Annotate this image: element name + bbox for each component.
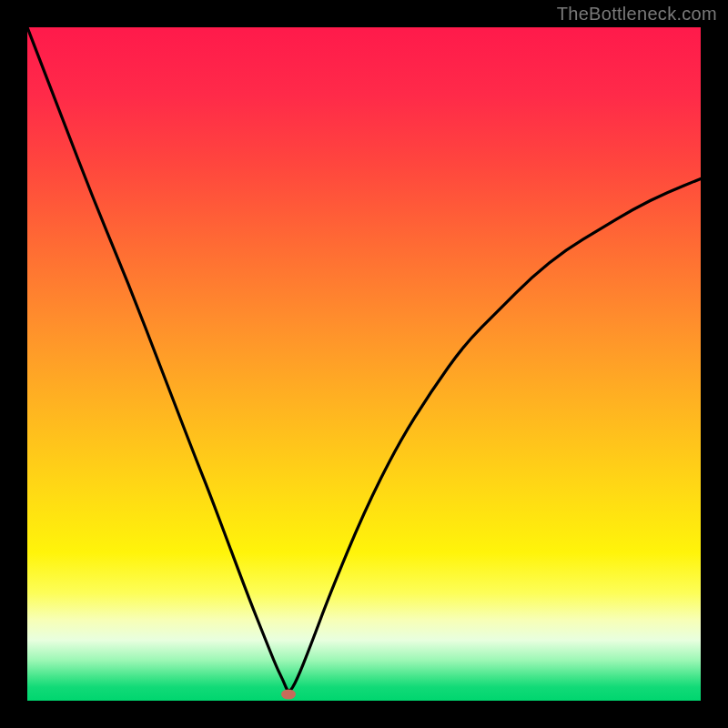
optimum-marker bbox=[281, 689, 296, 699]
bottleneck-curve bbox=[27, 27, 701, 701]
curve-path bbox=[27, 27, 701, 691]
chart-frame: TheBottleneck.com bbox=[0, 0, 728, 728]
plot-area bbox=[27, 27, 701, 701]
watermark-text: TheBottleneck.com bbox=[557, 4, 717, 25]
